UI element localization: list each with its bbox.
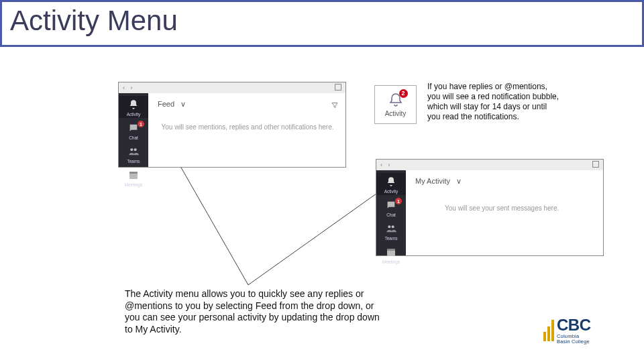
chevron-down-icon: ∨ bbox=[180, 100, 186, 108]
logo-line1: Columbia bbox=[557, 334, 591, 339]
teams-icon bbox=[127, 145, 140, 158]
teams-window-myactivity: ‹ › Activity 1 Chat Teams bbox=[376, 159, 604, 256]
teams-window-feed: ‹ › Activity 1 Chat Teams bbox=[118, 82, 346, 168]
bell-with-badge: 2 bbox=[388, 92, 404, 108]
rail-label: Chat bbox=[129, 135, 138, 140]
chevron-down-icon: ∨ bbox=[456, 177, 462, 185]
explanation-text-bottom: The Activity menu allows you to quickly … bbox=[125, 288, 386, 335]
rail-chat[interactable]: 1 Chat bbox=[119, 119, 148, 141]
rail-teams[interactable]: Teams bbox=[119, 143, 148, 165]
notification-badge: 2 bbox=[399, 89, 408, 98]
window-chrome: ‹ › bbox=[119, 82, 345, 93]
logo-abbr: CBC bbox=[557, 317, 591, 333]
feed-dropdown[interactable]: Feed ∨ bbox=[158, 100, 186, 109]
bell-icon bbox=[385, 176, 397, 188]
rail-activity[interactable]: Activity bbox=[119, 96, 148, 118]
rail-label: Meetings bbox=[382, 259, 400, 264]
teams-rail: Activity 1 Chat Teams Meetings bbox=[119, 93, 148, 167]
svg-point-6 bbox=[388, 225, 390, 228]
rail-label: Activity bbox=[127, 112, 141, 117]
rail-label: Chat bbox=[386, 213, 396, 217]
filter-icon[interactable] bbox=[331, 100, 339, 108]
nav-arrows[interactable]: ‹ › bbox=[123, 84, 135, 91]
activity-label: Activity bbox=[385, 110, 407, 117]
calendar-icon bbox=[385, 246, 397, 258]
svg-point-7 bbox=[392, 225, 394, 228]
rail-teams[interactable]: Teams bbox=[376, 220, 406, 242]
svg-point-2 bbox=[130, 148, 133, 151]
rail-chat[interactable]: 1 Chat bbox=[376, 196, 406, 219]
logo-line2: Basin College bbox=[557, 339, 591, 345]
svg-rect-9 bbox=[387, 249, 395, 251]
slide-title: Activity Menu bbox=[10, 5, 178, 37]
myactivity-label: My Activity bbox=[415, 177, 450, 185]
nav-arrows[interactable]: ‹ › bbox=[380, 162, 392, 168]
title-bar: Activity Menu bbox=[0, 0, 644, 47]
rail-badge: 1 bbox=[138, 121, 144, 127]
rail-label: Meetings bbox=[125, 182, 142, 187]
logo-mark bbox=[543, 320, 554, 341]
teams-icon bbox=[385, 223, 397, 235]
rail-badge: 1 bbox=[395, 198, 402, 204]
teams-content: Feed ∨ You will see mentions, replies an… bbox=[148, 93, 345, 167]
feed-label: Feed bbox=[158, 100, 174, 108]
svg-line-1 bbox=[248, 184, 390, 285]
popout-icon[interactable] bbox=[335, 84, 341, 90]
empty-state-text: You will see mentions, replies and other… bbox=[160, 123, 335, 131]
window-chrome: ‹ › bbox=[376, 160, 603, 170]
rail-label: Activity bbox=[384, 189, 398, 194]
cbc-logo: CBC Columbia Basin College bbox=[543, 315, 624, 346]
teams-rail: Activity 1 Chat Teams Meetings bbox=[376, 170, 406, 255]
title-inner: Activity Menu bbox=[2, 2, 642, 45]
rail-label: Teams bbox=[384, 236, 397, 241]
explanation-text-right: If you have replies or @mentions, you wi… bbox=[427, 82, 561, 122]
teams-content: My Activity ∨ You will see your sent mes… bbox=[406, 170, 603, 255]
calendar-icon bbox=[127, 169, 140, 181]
bell-icon bbox=[127, 99, 140, 111]
popout-icon[interactable] bbox=[592, 161, 599, 168]
rail-meetings[interactable]: Meetings bbox=[119, 166, 148, 188]
svg-point-3 bbox=[134, 148, 137, 151]
myactivity-dropdown[interactable]: My Activity ∨ bbox=[415, 177, 462, 186]
rail-meetings[interactable]: Meetings bbox=[376, 243, 406, 265]
rail-activity[interactable]: Activity bbox=[376, 173, 406, 195]
activity-icon-card: 2 Activity bbox=[374, 85, 417, 124]
rail-label: Teams bbox=[127, 159, 140, 164]
svg-rect-5 bbox=[129, 172, 138, 174]
empty-state-text: You will see your sent messages here. bbox=[418, 204, 592, 213]
